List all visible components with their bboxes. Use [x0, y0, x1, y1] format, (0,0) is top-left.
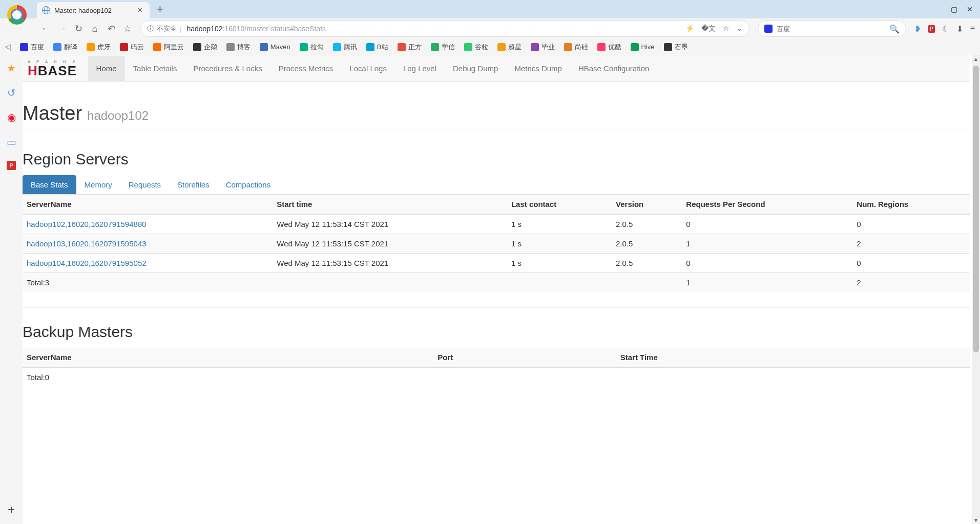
close-tab-icon[interactable]: × — [136, 6, 144, 15]
tab-title: Master: hadoop102 — [54, 7, 136, 14]
bookmark-label: 正方 — [408, 43, 422, 52]
bookmark-item[interactable]: 百度 — [16, 41, 48, 53]
bookmark-item[interactable]: Maven — [256, 41, 294, 53]
bookmark-item[interactable]: 企鹅 — [190, 41, 221, 53]
bookmark-item[interactable]: 优酷 — [594, 41, 625, 53]
bird-icon[interactable]: ❥ — [914, 24, 921, 34]
nav-link-procedures-locks[interactable]: Procedures & Locks — [185, 56, 270, 81]
scrollbar-thumb[interactable] — [973, 66, 979, 352]
nav-link-debug-dump[interactable]: Debug Dump — [445, 56, 506, 81]
tab-base-stats[interactable]: Base Stats — [23, 175, 76, 194]
bookmark-item[interactable]: 谷粒 — [461, 41, 492, 53]
star-icon[interactable]: ☆ — [123, 24, 132, 33]
server-link[interactable]: hadoop104,16020,1620791595052 — [27, 259, 147, 267]
tab-storefiles[interactable]: Storefiles — [169, 175, 218, 194]
nav-link-metrics-dump[interactable]: Metrics Dump — [506, 56, 570, 81]
back-icon[interactable]: ← — [41, 24, 50, 33]
minimize-icon[interactable]: — — [934, 5, 942, 13]
flash-icon[interactable]: ⚡ — [685, 24, 694, 33]
maximize-icon[interactable]: ▢ — [951, 5, 957, 13]
chevron-down-icon[interactable]: ⌄ — [737, 24, 743, 33]
cell-regions: 2 — [852, 234, 970, 254]
favorite-icon[interactable]: ★ — [6, 62, 17, 74]
bookmark-label: 百度 — [31, 43, 44, 52]
page-subtitle: hadoop102 — [87, 109, 149, 122]
bookmark-label: 翻译 — [64, 43, 77, 52]
region-servers-heading: Region Servers — [23, 151, 970, 168]
bookmark-item[interactable]: Hive — [627, 41, 658, 53]
nav-link-log-level[interactable]: Log Level — [395, 56, 445, 81]
pdf2-icon[interactable]: P — [7, 161, 16, 170]
pdf-icon[interactable]: P — [928, 25, 935, 33]
bookmark-star-icon[interactable]: ☆ — [723, 24, 729, 33]
undo-icon[interactable]: ↶ — [107, 24, 116, 33]
cell-contact: 1 s — [507, 234, 612, 254]
bookmark-item[interactable]: 毕业 — [527, 41, 558, 53]
new-tab-button[interactable]: + — [157, 4, 163, 15]
bookmark-label: 石墨 — [675, 43, 688, 52]
bookmark-icon — [87, 43, 95, 51]
bookmark-icon — [333, 43, 341, 51]
bookmark-item[interactable]: 阿里云 — [150, 41, 187, 53]
bookmark-icon — [664, 43, 672, 51]
bookmark-item[interactable]: 超星 — [494, 41, 525, 53]
cell-contact: 1 s — [507, 254, 612, 273]
hbase-logo[interactable]: A P A C H E HBASE — [28, 60, 78, 77]
nav-link-process-metrics[interactable]: Process Metrics — [270, 56, 342, 81]
server-link[interactable]: hadoop102,16020,1620791594880 — [27, 220, 147, 228]
bookmark-item[interactable]: 石墨 — [660, 41, 692, 53]
nav-link-home[interactable]: Home — [88, 56, 125, 81]
bookmark-label: 码云 — [131, 43, 144, 52]
weibo-icon[interactable]: ◉ — [6, 112, 17, 123]
browser-tab[interactable]: Master: hadoop102 × — [37, 2, 150, 18]
cell-version: 2.0.5 — [612, 214, 682, 234]
tab-compactions[interactable]: Compactions — [218, 175, 279, 194]
column-header: Start time — [273, 195, 507, 214]
bookmark-icon — [366, 43, 374, 51]
close-window-icon[interactable]: ✕ — [967, 5, 973, 13]
nav-link-hbase-configuration[interactable]: HBase Configuration — [570, 56, 657, 81]
search-input[interactable] — [777, 25, 889, 33]
bookmark-item[interactable]: 码云 — [116, 41, 148, 53]
bookmark-item[interactable]: 博客 — [223, 41, 254, 53]
table-total-row: Total:0 — [23, 367, 970, 387]
reload-icon[interactable]: ↻ — [74, 24, 83, 33]
moon-icon[interactable]: ☾ — [942, 24, 949, 34]
bookmark-item[interactable]: 翻译 — [50, 41, 81, 53]
bookmark-item[interactable]: B站 — [363, 41, 392, 53]
address-bar[interactable]: ⓘ 不安全 | hadoop102:16010/master-status#ba… — [140, 20, 749, 37]
bookmark-item[interactable]: 拉勾 — [296, 41, 327, 53]
bookmark-label: 学信 — [442, 43, 455, 52]
history-icon[interactable]: ↺ — [6, 87, 17, 98]
menu-icon[interactable]: ≡ — [970, 24, 975, 33]
column-header: ServerName — [23, 195, 273, 214]
backup-masters-table: ServerNamePortStart Time Total:0 — [23, 348, 970, 387]
tab-memory[interactable]: Memory — [76, 175, 120, 194]
cell-rps: 0 — [682, 214, 852, 234]
nav-link-local-logs[interactable]: Local Logs — [341, 56, 395, 81]
server-link[interactable]: hadoop103,16020,1620791595043 — [27, 239, 147, 248]
search-icon[interactable]: 🔍 — [889, 24, 900, 34]
column-header: Port — [433, 348, 616, 367]
bookmark-item[interactable]: 腾讯 — [329, 41, 361, 53]
bookmark-label: Hive — [641, 43, 655, 51]
bookmark-item[interactable]: 虎牙 — [83, 41, 114, 53]
forward-icon[interactable]: → — [57, 24, 67, 33]
translate-icon[interactable]: �文 — [701, 24, 716, 33]
scrollbar[interactable]: ▲ ▼ — [972, 55, 980, 417]
expand-bookmarks-icon[interactable]: <| — [5, 43, 11, 51]
card-icon[interactable]: ▭ — [6, 136, 17, 148]
bookmark-icon — [398, 43, 406, 51]
bookmark-icon — [564, 43, 572, 51]
bookmark-item[interactable]: 尚硅 — [560, 41, 592, 53]
bookmark-item[interactable]: 学信 — [427, 41, 458, 53]
download-icon[interactable]: ⬇ — [956, 24, 963, 34]
cell-regions: 0 — [852, 254, 970, 273]
scroll-up-icon[interactable]: ▲ — [972, 56, 980, 62]
bookmark-item[interactable]: 正方 — [394, 41, 425, 53]
home-icon[interactable]: ⌂ — [90, 24, 99, 33]
search-box[interactable]: 🔍 — [758, 20, 906, 37]
tab-requests[interactable]: Requests — [120, 175, 169, 194]
url-text: hadoop102:16010/master-status#baseStats — [186, 25, 326, 33]
nav-link-table-details[interactable]: Table Details — [125, 56, 185, 81]
